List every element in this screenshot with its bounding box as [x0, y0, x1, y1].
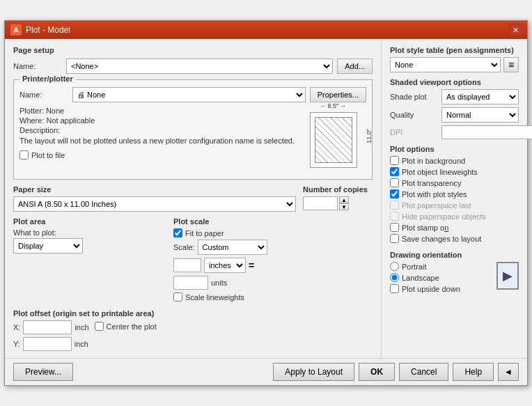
what-to-plot-select[interactable]: Display [13, 238, 83, 253]
units-select[interactable]: inches [204, 258, 246, 273]
plot-option-checkbox-1[interactable] [390, 167, 399, 176]
plot-option-1: Plot object lineweights [390, 167, 519, 176]
center-plot-label: Center the plot [107, 322, 157, 331]
paper-copies-row: Paper size ANSI A (8.50 x 11.00 Inches) … [13, 185, 373, 212]
dpi-input[interactable] [441, 125, 532, 139]
printer-name-select[interactable]: 🖨 None [72, 87, 306, 102]
plotter-label: Plotter: [19, 107, 44, 115]
help-button[interactable]: Help [453, 363, 494, 381]
x-input[interactable]: 0.000000 [23, 320, 72, 334]
arrow-back-button[interactable]: ◄ [498, 363, 519, 381]
plot-option-2: Plot transparency [390, 178, 519, 187]
plot-scale-label: Plot scale [173, 217, 373, 226]
copies-up-btn[interactable]: ▲ [339, 196, 349, 203]
plot-option-checkbox-3[interactable] [390, 189, 399, 198]
plot-option-label-3: Plot with plot styles [402, 190, 467, 198]
plot-scale-section: Plot scale Fit to paper Scale: Custom 1 [173, 217, 373, 304]
plotter-value: None [46, 107, 64, 115]
plot-option-checkbox-4 [390, 201, 399, 210]
center-plot-row: Center the plot [95, 322, 157, 331]
where-value: Not applicable [47, 116, 95, 125]
description-label: Description: [19, 126, 60, 134]
plot-option-3: Plot with plot styles [390, 189, 519, 198]
plot-offset-label: Plot offset (origin set to printable are… [13, 309, 373, 318]
preview-button[interactable]: Preview... [13, 363, 73, 381]
printer-plotter-label: Printer/plotter [19, 75, 76, 83]
plot-option-label-6: Plot stamp on [402, 224, 448, 232]
plot-option-label-1: Plot object lineweights [402, 168, 478, 176]
right-panel: Plot style table (pen assignments) None … [381, 39, 527, 358]
shade-plot-label: Shade plot [390, 93, 439, 101]
fit-to-paper-checkbox[interactable] [173, 228, 182, 237]
name-label: Name: [13, 62, 62, 70]
plotter-row: Plotter: None [19, 107, 295, 115]
plot-option-6: Plot stamp on [390, 223, 519, 232]
paper-size-section: Paper size ANSI A (8.50 x 11.00 Inches) [13, 185, 296, 212]
page-setup-name-select[interactable]: <None> [66, 58, 333, 74]
title-bar: A Plot - Model ✕ [5, 21, 527, 39]
plot-option-checkbox-5 [390, 212, 399, 221]
fit-to-paper-label: Fit to paper [185, 229, 224, 237]
plot-to-file-checkbox[interactable] [19, 150, 29, 159]
center-plot-checkbox[interactable] [95, 322, 104, 331]
dpi-label: DPI [390, 128, 439, 136]
shaded-viewport-label: Shaded viewport options [390, 78, 519, 86]
page-setup-section: Page setup Name: <None> Add... [13, 46, 373, 74]
plot-style-select[interactable]: None [390, 57, 501, 72]
fit-to-paper-row: Fit to paper [173, 228, 373, 237]
plot-option-label-5: Hide paperspace objects [402, 212, 486, 221]
x-unit: inch [75, 323, 88, 331]
description-value: The layout will not be plotted unless a … [19, 136, 295, 146]
footer: Preview... Apply to Layout OK Cancel Hel… [5, 358, 527, 385]
y-unit: inch [75, 340, 88, 348]
plot-option-checkbox-0[interactable] [390, 156, 399, 165]
paper-size-select[interactable]: ANSI A (8.50 x 11.00 Inches) [13, 196, 296, 212]
copies-down-btn[interactable]: ▼ [339, 203, 349, 210]
plot-option-checkbox-2[interactable] [390, 178, 399, 187]
description-row: Description: [19, 126, 295, 134]
landscape-radio[interactable] [390, 273, 399, 282]
page-setup-label: Page setup [13, 46, 373, 54]
portrait-radio[interactable] [390, 262, 399, 271]
paper-width-label: 8.5" [328, 102, 339, 109]
close-button[interactable]: ✕ [509, 24, 522, 36]
quality-label: Quality [390, 111, 439, 119]
plot-dialog: A Plot - Model ✕ Page setup Name: <None>… [4, 20, 528, 386]
plot-options-label: Plot options [390, 145, 519, 153]
plot-option-checkbox-7[interactable] [390, 234, 399, 243]
plot-upside-down-row: Plot upside down [390, 284, 460, 293]
shade-plot-select[interactable]: As displayed [441, 89, 519, 104]
plot-upside-down-checkbox[interactable] [390, 284, 399, 293]
left-panel: Page setup Name: <None> Add... Printer/p… [5, 39, 381, 358]
plot-area-section: Plot area What to plot: Display [13, 217, 166, 304]
cancel-button[interactable]: Cancel [399, 363, 448, 381]
dialog-body: Page setup Name: <None> Add... Printer/p… [5, 39, 527, 358]
plot-style-table-section: Plot style table (pen assignments) None … [390, 46, 519, 72]
scale-lineweights-label: Scale lineweights [185, 293, 244, 302]
properties-button[interactable]: Properties... [310, 87, 366, 102]
scale-select[interactable]: Custom [198, 240, 267, 255]
scale-lineweights-checkbox[interactable] [173, 292, 182, 302]
plot-option-0: Plot in background [390, 156, 519, 165]
copies-input[interactable]: 1 [303, 196, 338, 210]
printer-name-label: Name: [19, 91, 68, 99]
scale-label: Scale: [173, 243, 195, 251]
apply-to-layout-button[interactable]: Apply to Layout [273, 363, 354, 381]
scale-value2-input[interactable]: 6.412 [173, 276, 208, 290]
paper-height-label: 11.0" [366, 129, 373, 143]
what-to-plot-label: What to plot: [13, 228, 166, 237]
ok-button[interactable]: OK [359, 363, 395, 381]
plot-option-checkbox-6[interactable] [390, 223, 399, 232]
plot-option-label-4: Plot paperspace last [402, 201, 471, 210]
scale-value1-input[interactable]: 1 [173, 258, 201, 272]
y-input[interactable]: 0.000000 [23, 337, 72, 351]
plot-options-section: Plot options Plot in background Plot obj… [390, 145, 519, 245]
plot-offset-section: Plot offset (origin set to printable are… [13, 309, 373, 351]
plot-option-label-7: Save changes to layout [402, 235, 481, 243]
area-scale-row: Plot area What to plot: Display Plot sca… [13, 217, 373, 304]
add-button[interactable]: Add... [337, 58, 373, 74]
plot-to-file-row: Plot to file [19, 150, 295, 159]
quality-select[interactable]: Normal [441, 107, 519, 123]
edit-style-button[interactable]: ≡ [503, 57, 519, 72]
scale-lineweights-row: Scale lineweights [173, 292, 373, 302]
